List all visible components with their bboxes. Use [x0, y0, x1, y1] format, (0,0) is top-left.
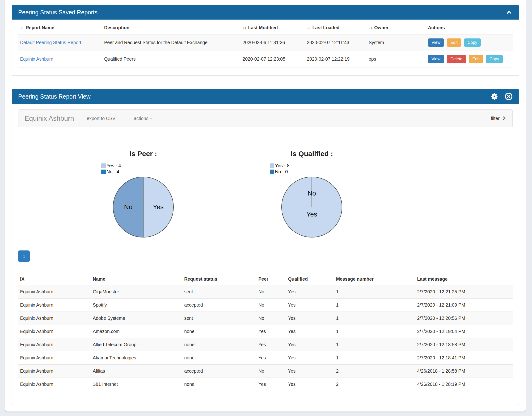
- name-cell: Spotify: [91, 299, 183, 312]
- saved-report-row: Default Peering Status Report Peer and R…: [18, 34, 513, 51]
- owner-cell: ops: [367, 51, 426, 67]
- report-link[interactable]: Equinix Ashburn: [20, 56, 53, 62]
- peer-cell: Yes: [257, 338, 286, 351]
- request-status-cell: accepted: [183, 299, 257, 312]
- legend-item: Yes - 8: [270, 162, 290, 169]
- legend-swatch-no: [101, 170, 106, 174]
- sort-icon: ↓↑: [307, 25, 311, 30]
- qualified-cell: Yes: [286, 351, 334, 365]
- pagination: 1: [18, 250, 513, 262]
- ix-cell: Equinix Ashburn: [18, 312, 91, 325]
- col-description: Description: [102, 21, 241, 34]
- pie-slice-label-yes: Yes: [282, 211, 342, 218]
- col-last-modified[interactable]: ↓↑Last Modified: [241, 21, 305, 34]
- last-message-cell: 4/26/2018 - 1:28:19 PM: [415, 378, 513, 391]
- saved-reports-panel: Peering Status Saved Reports ↓↑Report Na…: [12, 5, 519, 76]
- peer-cell: No: [257, 285, 286, 299]
- legend-item: No - 0: [270, 169, 290, 175]
- last-message-cell: 2/7/2020 - 12:21:25 PM: [415, 285, 513, 299]
- collapse-chevron-up-icon[interactable]: [506, 9, 513, 15]
- peer-row: Equinix Ashburn Afilias accepted No Yes …: [18, 365, 513, 378]
- last-message-cell: 2/7/2020 - 12:19:04 PM: [415, 325, 513, 338]
- chart-title: Is Peer :: [61, 150, 226, 158]
- message-number-cell: 1: [334, 312, 416, 325]
- actions-cell: View Edit Copy: [426, 34, 513, 51]
- close-circle-x-icon[interactable]: [505, 93, 513, 100]
- peer-row: Equinix Ashburn Akamai Technologies none…: [18, 351, 513, 365]
- message-number-cell: 2: [334, 365, 416, 378]
- qualified-cell: Yes: [286, 325, 334, 338]
- ix-cell: Equinix Ashburn: [18, 285, 91, 299]
- col-report-name[interactable]: ↓↑Report Name: [18, 21, 102, 34]
- request-status-cell: sent: [183, 312, 257, 325]
- copy-button[interactable]: Copy: [486, 55, 503, 63]
- report-view-title: Peering Status Report View: [18, 93, 91, 100]
- peer-row: Equinix Ashburn GigaMonster sent No Yes …: [18, 285, 513, 299]
- last-loaded-cell: 2020-02-07 12:22:19: [305, 51, 367, 67]
- name-cell: Akamai Technologies: [91, 351, 183, 365]
- is-qualified-pie: No Yes: [281, 177, 342, 237]
- col-ix: IX: [18, 273, 91, 285]
- col-qualified: Qualified: [286, 273, 334, 285]
- report-view-panel: Peering Status Report View Equinix Ashbu…: [12, 89, 519, 405]
- peers-table: IX Name Request status Peer Qualified Me…: [18, 273, 513, 391]
- pie-slice-label-no: No: [113, 203, 143, 211]
- actions-menu-link[interactable]: actions +: [134, 116, 153, 121]
- ix-cell: Equinix Ashburn: [18, 378, 91, 391]
- name-cell: Adobe Systems: [91, 312, 183, 325]
- col-request-status: Request status: [183, 273, 257, 285]
- report-view-body: Equinix Ashburn export to CSV actions + …: [12, 104, 519, 405]
- col-owner[interactable]: ↓↑Owner: [367, 21, 426, 34]
- legend-swatch-yes: [101, 163, 106, 168]
- qualified-cell: Yes: [286, 365, 334, 378]
- filter-toggle[interactable]: filter: [491, 115, 506, 121]
- chart-title: Is Qualified :: [229, 150, 394, 158]
- copy-button[interactable]: Copy: [464, 38, 481, 47]
- is-peer-chart: Is Peer : Yes - 4 No - 4 No Yes: [61, 150, 226, 237]
- sort-icon: ↓↑: [243, 25, 246, 30]
- col-name: Name: [91, 273, 183, 285]
- last-message-cell: 4/26/2018 - 1:28:58 PM: [415, 365, 513, 378]
- peer-row: Equinix Ashburn Allied Telecom Group non…: [18, 338, 513, 351]
- col-message-number: Message number: [334, 273, 416, 285]
- actions-cell: View Delete Edit Copy: [426, 51, 513, 67]
- col-last-loaded[interactable]: ↓↑Last Loaded: [305, 21, 367, 34]
- is-qualified-chart: Is Qualified : Yes - 8 No - 0 No Yes: [229, 150, 394, 237]
- message-number-cell: 1: [334, 338, 416, 351]
- qualified-cell: Yes: [286, 312, 334, 325]
- peer-cell: Yes: [257, 378, 286, 391]
- export-csv-link[interactable]: export to CSV: [87, 116, 116, 121]
- pie-slice-label-yes: Yes: [143, 203, 173, 211]
- sort-icon: ↓↑: [369, 25, 372, 30]
- name-cell: Allied Telecom Group: [91, 338, 183, 351]
- request-status-cell: accepted: [183, 365, 257, 378]
- saved-reports-title: Peering Status Saved Reports: [18, 9, 97, 16]
- view-button[interactable]: View: [428, 38, 444, 47]
- saved-reports-header-row: ↓↑Report Name Description ↓↑Last Modifie…: [18, 21, 513, 34]
- chart-legend: Yes - 8 No - 0: [270, 162, 290, 175]
- description-cell: Qualified Peers: [102, 51, 241, 67]
- saved-reports-header: Peering Status Saved Reports: [12, 5, 519, 19]
- legend-swatch-no: [270, 170, 274, 174]
- saved-reports-body: ↓↑Report Name Description ↓↑Last Modifie…: [12, 19, 519, 76]
- legend-item: No - 4: [101, 169, 121, 175]
- col-peer: Peer: [257, 273, 286, 285]
- report-link[interactable]: Default Peering Status Report: [20, 40, 81, 45]
- ix-cell: Equinix Ashburn: [18, 299, 91, 312]
- edit-button[interactable]: Edit: [447, 38, 461, 47]
- message-number-cell: 2: [334, 378, 416, 391]
- page-1-button[interactable]: 1: [18, 250, 30, 262]
- view-button[interactable]: View: [428, 55, 444, 63]
- edit-button[interactable]: Edit: [469, 55, 483, 63]
- report-view-header: Peering Status Report View: [12, 89, 519, 104]
- delete-button[interactable]: Delete: [447, 55, 466, 63]
- last-message-cell: 2/7/2020 - 12:21:09 PM: [415, 299, 513, 312]
- message-number-cell: 1: [334, 299, 416, 312]
- qualified-cell: Yes: [286, 299, 334, 312]
- pie-slice-label-no: No: [282, 189, 342, 197]
- peer-row: Equinix Ashburn Adobe Systems sent No Ye…: [18, 312, 513, 325]
- settings-gear-icon[interactable]: [491, 93, 498, 100]
- peer-row: Equinix Ashburn Amazon.com none Yes Yes …: [18, 325, 513, 338]
- legend-swatch-yes: [270, 163, 274, 168]
- report-name-cell: Default Peering Status Report: [18, 34, 102, 51]
